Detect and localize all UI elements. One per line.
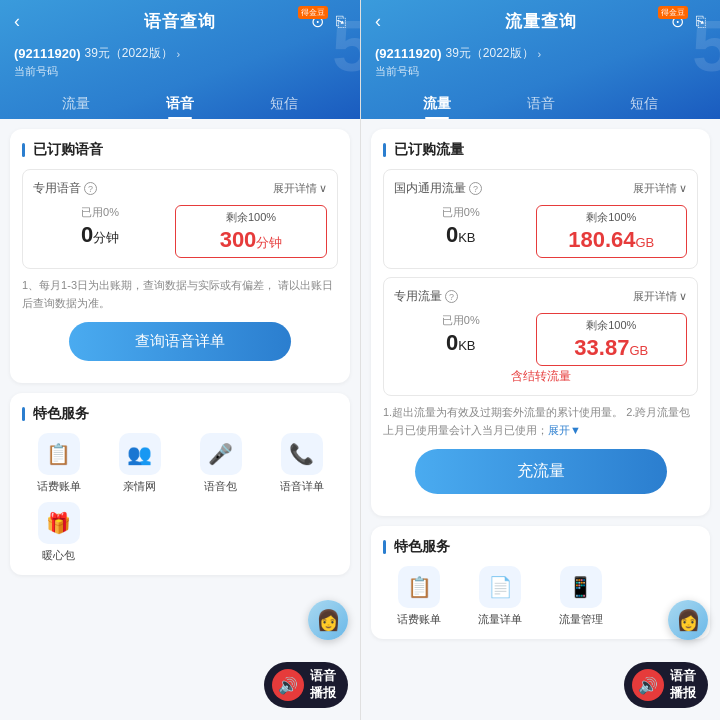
voice-used-value: 0分钟 [81, 222, 119, 248]
service-voicepack[interactable]: 🎤 语音包 [184, 433, 257, 494]
expand-button[interactable]: 展开详情 ∨ [273, 181, 327, 196]
voice-usage-section: 专用语音 ? 展开详情 ∨ 已用0% 0分钟 [22, 169, 338, 269]
flow-card: 已订购流量 国内通用流量 ? 展开详情 ∨ 已用0% [371, 129, 710, 516]
right-flowmgmt-icon: 📱 [560, 566, 602, 608]
right-service-bill[interactable]: 📋 话费账单 [383, 566, 456, 627]
voice-card-title: 已订购语音 [33, 141, 103, 159]
domestic-flow-stats: 已用0% 0KB 剩余100% 180.64GB [394, 205, 687, 258]
left-tabs: 流量 语音 短信 [14, 87, 346, 119]
query-voice-button[interactable]: 查询语音详单 [69, 322, 290, 361]
left-page-title: 语音查询 [144, 10, 216, 33]
domestic-expand-button[interactable]: 展开详情 ∨ [633, 181, 687, 196]
left-header: 5 ‹ 语音查询 得金豆 ⊙ ⎘ (92111920) 39元（2022版） ›… [0, 0, 360, 119]
left-content: 已订购语音 专用语音 ? 展开详情 ∨ 已用0% [0, 119, 360, 720]
voice-broadcast-left[interactable]: 🔊 语音 播报 [264, 662, 348, 708]
note-expand-link[interactable]: 展开▼ [548, 424, 581, 436]
services-grid: 📋 话费账单 👥 亲情网 🎤 语音包 📞 语音详单 🎁 暖心包 [22, 433, 338, 563]
service-bill-label: 话费账单 [37, 479, 81, 494]
voice-broadcast-right[interactable]: 🔊 语音 播报 [624, 662, 708, 708]
domestic-flow-section: 国内通用流量 ? 展开详情 ∨ 已用0% 0KB [383, 169, 698, 269]
left-header-icons: 得金豆 ⊙ ⎘ [311, 12, 346, 31]
service-voicepack-label: 语音包 [204, 479, 237, 494]
domestic-used-value: 0KB [446, 222, 476, 248]
recharge-button[interactable]: 充流量 [415, 449, 667, 494]
service-warmpack-label: 暖心包 [42, 548, 75, 563]
right-panel: 5 ‹ 流量查询 得金豆 ⊙ ⎘ (92111920) 39元（2022版） ›… [360, 0, 720, 720]
voice-card: 已订购语音 专用语音 ? 展开详情 ∨ 已用0% [10, 129, 350, 383]
domestic-remain-value: 180.64GB [568, 227, 654, 253]
account-row: (92111920) 39元（2022版） › [14, 41, 346, 64]
right-account-chevron[interactable]: › [538, 48, 542, 60]
tab-flow-left[interactable]: 流量 [24, 87, 128, 119]
domestic-flow-header: 国内通用流量 ? 展开详情 ∨ [394, 180, 687, 197]
avatar-float-right[interactable]: 👩 [668, 600, 708, 640]
right-service-flowlist-label: 流量详单 [478, 612, 522, 627]
right-service-flowlist[interactable]: 📄 流量详单 [464, 566, 537, 627]
special-expand-button[interactable]: 展开详情 ∨ [633, 289, 687, 304]
right-service-flowmgmt-label: 流量管理 [559, 612, 603, 627]
voice-note: 1、每月1-3日为出账期，查询数据与实际或有偏差， 请以出账日后查询数据为准。 [22, 277, 338, 312]
right-header-icons: 得金豆 ⊙ ⎘ [671, 12, 706, 31]
back-button[interactable]: ‹ [14, 11, 20, 32]
services-title-row: 特色服务 [22, 405, 338, 423]
special-flow-label: 专用流量 ? [394, 288, 458, 305]
right-menu-icon[interactable]: 得金豆 ⊙ [671, 12, 684, 31]
tab-voice-right[interactable]: 语音 [489, 87, 593, 119]
right-tabs: 流量 语音 短信 [375, 87, 706, 119]
domestic-flow-label: 国内通用流量 ? [394, 180, 482, 197]
special-used-pct: 已用0% [442, 313, 480, 328]
service-voicelist[interactable]: 📞 语音详单 [265, 433, 338, 494]
badge-tip: 得金豆 [298, 6, 328, 19]
service-bill[interactable]: 📋 话费账单 [22, 433, 95, 494]
right-badge-tip: 得金豆 [658, 6, 688, 19]
tab-voice-left[interactable]: 语音 [128, 87, 232, 119]
right-content: 已订购流量 国内通用流量 ? 展开详情 ∨ 已用0% [361, 119, 720, 720]
right-services: 特色服务 📋 话费账单 📄 流量详单 📱 流量管理 [371, 526, 710, 639]
flow-title-bar [383, 143, 386, 157]
domestic-used-pct: 已用0% [442, 205, 480, 220]
domestic-chevron-down-icon: ∨ [679, 182, 687, 195]
right-share-icon[interactable]: ⎘ [696, 13, 706, 31]
right-flowlist-icon: 📄 [479, 566, 521, 608]
special-used-stat: 已用0% 0KB [394, 313, 528, 366]
right-service-flowmgmt[interactable]: 📱 流量管理 [545, 566, 618, 627]
domestic-remain-pct: 剩余100% [586, 210, 636, 225]
current-label: 当前号码 [14, 64, 346, 87]
right-services-title-row: 特色服务 [383, 538, 698, 556]
tab-flow-right[interactable]: 流量 [385, 87, 489, 119]
service-warmpack[interactable]: 🎁 暖心包 [22, 502, 95, 563]
special-flow-section: 专用流量 ? 展开详情 ∨ 已用0% 0KB [383, 277, 698, 396]
right-header-top: ‹ 流量查询 得金豆 ⊙ ⎘ [375, 10, 706, 41]
account-number: (92111920) [14, 46, 81, 61]
service-family[interactable]: 👥 亲情网 [103, 433, 176, 494]
right-services-grid: 📋 话费账单 📄 流量详单 📱 流量管理 [383, 566, 698, 627]
avatar-float-left[interactable]: 👩 [308, 600, 348, 640]
special-flow-header: 专用流量 ? 展开详情 ∨ [394, 288, 687, 305]
special-flow-stats: 已用0% 0KB 剩余100% 33.87GB [394, 313, 687, 366]
question-icon[interactable]: ? [84, 182, 97, 195]
right-current-label: 当前号码 [375, 64, 706, 87]
flow-note: 1.超出流量为有效及过期套外流量的累计使用量。 2.跨月流量包上月已使用量会计入… [383, 404, 698, 439]
special-used-value: 0KB [446, 330, 476, 356]
right-service-bill-label: 话费账单 [397, 612, 441, 627]
share-icon[interactable]: ⎘ [336, 13, 346, 31]
special-remain-value: 33.87GB [574, 335, 648, 361]
right-header: 5 ‹ 流量查询 得金豆 ⊙ ⎘ (92111920) 39元（2022版） ›… [361, 0, 720, 119]
right-back-button[interactable]: ‹ [375, 11, 381, 32]
right-account-number: (92111920) [375, 46, 442, 61]
account-plan: 39元（2022版） [85, 45, 173, 62]
left-panel: 5 ‹ 语音查询 得金豆 ⊙ ⎘ (92111920) 39元（2022版） ›… [0, 0, 360, 720]
right-page-title: 流量查询 [505, 10, 577, 33]
tab-sms-right[interactable]: 短信 [592, 87, 696, 119]
tab-sms-left[interactable]: 短信 [232, 87, 336, 119]
menu-icon[interactable]: 得金豆 ⊙ [311, 12, 324, 31]
account-chevron[interactable]: › [177, 48, 181, 60]
special-question-icon[interactable]: ? [445, 290, 458, 303]
right-speaker-icon: 🔊 [632, 669, 664, 701]
voice-usage-stats: 已用0% 0分钟 剩余100% 300分钟 [33, 205, 327, 258]
domestic-question-icon[interactable]: ? [469, 182, 482, 195]
voice-remain-pct: 剩余100% [226, 210, 276, 225]
domestic-used-stat: 已用0% 0KB [394, 205, 528, 258]
voice-used-stat: 已用0% 0分钟 [33, 205, 167, 258]
services-title: 特色服务 [33, 405, 89, 423]
